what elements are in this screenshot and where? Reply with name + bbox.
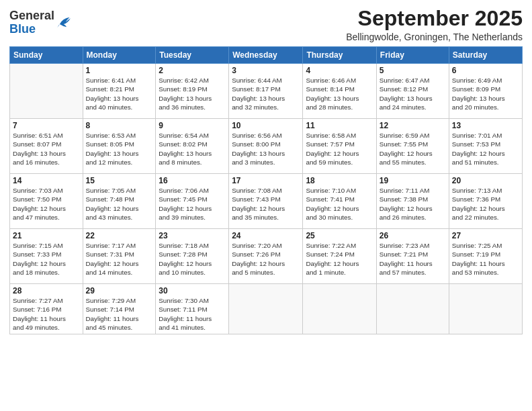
day-info: Sunrise: 7:30 AMSunset: 7:11 PMDaylight:… bbox=[159, 296, 226, 332]
col-wednesday: Wednesday bbox=[229, 47, 303, 64]
logo-blue: Blue bbox=[9, 23, 54, 36]
table-row: 28Sunrise: 7:27 AMSunset: 7:16 PMDayligh… bbox=[10, 284, 83, 334]
col-sunday: Sunday bbox=[10, 47, 83, 64]
calendar-container: General Blue September 2025 Bellingwolde… bbox=[0, 0, 532, 340]
table-row: 19Sunrise: 7:11 AMSunset: 7:38 PMDayligh… bbox=[376, 174, 449, 229]
table-row: 11Sunrise: 6:58 AMSunset: 7:57 PMDayligh… bbox=[303, 119, 376, 174]
table-row: 9Sunrise: 6:54 AMSunset: 8:02 PMDaylight… bbox=[156, 119, 229, 174]
table-row: 22Sunrise: 7:17 AMSunset: 7:31 PMDayligh… bbox=[83, 229, 156, 284]
day-number: 13 bbox=[452, 121, 519, 130]
day-number: 25 bbox=[306, 231, 373, 240]
day-number: 22 bbox=[86, 231, 153, 240]
day-info: Sunrise: 7:23 AMSunset: 7:21 PMDaylight:… bbox=[380, 241, 446, 277]
day-number: 19 bbox=[380, 176, 446, 185]
col-saturday: Saturday bbox=[449, 47, 522, 64]
table-row: 6Sunrise: 6:49 AMSunset: 8:09 PMDaylight… bbox=[449, 64, 522, 119]
table-row: 18Sunrise: 7:10 AMSunset: 7:41 PMDayligh… bbox=[303, 174, 376, 229]
header: General Blue September 2025 Bellingwolde… bbox=[9, 7, 523, 42]
table-row: 29Sunrise: 7:29 AMSunset: 7:14 PMDayligh… bbox=[83, 284, 156, 334]
day-number: 30 bbox=[159, 286, 226, 295]
col-friday: Friday bbox=[376, 47, 449, 64]
table-row bbox=[303, 284, 376, 334]
day-info: Sunrise: 6:49 AMSunset: 8:09 PMDaylight:… bbox=[452, 76, 519, 111]
day-number: 27 bbox=[452, 231, 519, 240]
day-info: Sunrise: 6:56 AMSunset: 8:00 PMDaylight:… bbox=[232, 131, 300, 167]
day-number: 21 bbox=[13, 231, 80, 240]
day-info: Sunrise: 7:27 AMSunset: 7:16 PMDaylight:… bbox=[13, 296, 80, 332]
table-row: 4Sunrise: 6:46 AMSunset: 8:14 PMDaylight… bbox=[303, 64, 376, 119]
table-row: 23Sunrise: 7:18 AMSunset: 7:28 PMDayligh… bbox=[156, 229, 229, 284]
day-number: 7 bbox=[13, 121, 80, 130]
day-number: 8 bbox=[86, 121, 153, 130]
day-info: Sunrise: 7:18 AMSunset: 7:28 PMDaylight:… bbox=[159, 241, 226, 277]
day-info: Sunrise: 7:25 AMSunset: 7:19 PMDaylight:… bbox=[452, 241, 519, 277]
day-info: Sunrise: 6:41 AMSunset: 8:21 PMDaylight:… bbox=[86, 76, 153, 111]
day-info: Sunrise: 7:06 AMSunset: 7:45 PMDaylight:… bbox=[159, 186, 226, 222]
table-row: 14Sunrise: 7:03 AMSunset: 7:50 PMDayligh… bbox=[10, 174, 83, 229]
table-row: 7Sunrise: 6:51 AMSunset: 8:07 PMDaylight… bbox=[10, 119, 83, 174]
col-thursday: Thursday bbox=[303, 47, 376, 64]
day-number: 17 bbox=[232, 176, 300, 185]
calendar-week-row: 14Sunrise: 7:03 AMSunset: 7:50 PMDayligh… bbox=[10, 174, 523, 229]
day-info: Sunrise: 7:05 AMSunset: 7:48 PMDaylight:… bbox=[86, 186, 153, 222]
calendar-week-row: 21Sunrise: 7:15 AMSunset: 7:33 PMDayligh… bbox=[10, 229, 523, 284]
calendar-table: Sunday Monday Tuesday Wednesday Thursday… bbox=[9, 46, 523, 334]
day-info: Sunrise: 6:44 AMSunset: 8:17 PMDaylight:… bbox=[232, 76, 300, 111]
day-info: Sunrise: 7:22 AMSunset: 7:24 PMDaylight:… bbox=[306, 241, 373, 277]
table-row: 17Sunrise: 7:08 AMSunset: 7:43 PMDayligh… bbox=[229, 174, 303, 229]
table-row: 1Sunrise: 6:41 AMSunset: 8:21 PMDaylight… bbox=[83, 64, 156, 119]
table-row: 26Sunrise: 7:23 AMSunset: 7:21 PMDayligh… bbox=[376, 229, 449, 284]
title-block: September 2025 Bellingwolde, Groningen, … bbox=[346, 7, 523, 42]
calendar-week-row: 28Sunrise: 7:27 AMSunset: 7:16 PMDayligh… bbox=[10, 284, 523, 334]
table-row bbox=[10, 64, 83, 119]
col-monday: Monday bbox=[83, 47, 156, 64]
day-number: 14 bbox=[13, 176, 80, 185]
weekday-header-row: Sunday Monday Tuesday Wednesday Thursday… bbox=[10, 47, 523, 64]
day-number: 10 bbox=[232, 121, 300, 130]
day-number: 1 bbox=[86, 66, 153, 75]
day-number: 11 bbox=[306, 121, 373, 130]
table-row: 16Sunrise: 7:06 AMSunset: 7:45 PMDayligh… bbox=[156, 174, 229, 229]
table-row: 27Sunrise: 7:25 AMSunset: 7:19 PMDayligh… bbox=[449, 229, 522, 284]
day-info: Sunrise: 7:08 AMSunset: 7:43 PMDaylight:… bbox=[232, 186, 300, 222]
day-info: Sunrise: 6:59 AMSunset: 7:55 PMDaylight:… bbox=[380, 131, 446, 167]
day-number: 29 bbox=[86, 286, 153, 295]
day-number: 18 bbox=[306, 176, 373, 185]
day-number: 5 bbox=[380, 66, 446, 75]
day-info: Sunrise: 7:17 AMSunset: 7:31 PMDaylight:… bbox=[86, 241, 153, 277]
logo-bird-icon bbox=[56, 15, 71, 30]
day-number: 26 bbox=[380, 231, 446, 240]
table-row bbox=[376, 284, 449, 334]
day-info: Sunrise: 6:51 AMSunset: 8:07 PMDaylight:… bbox=[13, 131, 80, 167]
table-row: 2Sunrise: 6:42 AMSunset: 8:19 PMDaylight… bbox=[156, 64, 229, 119]
table-row bbox=[229, 284, 303, 334]
day-number: 2 bbox=[159, 66, 226, 75]
day-number: 12 bbox=[380, 121, 446, 130]
day-number: 24 bbox=[232, 231, 300, 240]
table-row: 3Sunrise: 6:44 AMSunset: 8:17 PMDaylight… bbox=[229, 64, 303, 119]
table-row: 15Sunrise: 7:05 AMSunset: 7:48 PMDayligh… bbox=[83, 174, 156, 229]
day-info: Sunrise: 7:03 AMSunset: 7:50 PMDaylight:… bbox=[13, 186, 80, 222]
table-row: 10Sunrise: 6:56 AMSunset: 8:00 PMDayligh… bbox=[229, 119, 303, 174]
day-number: 3 bbox=[232, 66, 300, 75]
table-row: 20Sunrise: 7:13 AMSunset: 7:36 PMDayligh… bbox=[449, 174, 522, 229]
day-info: Sunrise: 7:10 AMSunset: 7:41 PMDaylight:… bbox=[306, 186, 373, 222]
day-info: Sunrise: 6:54 AMSunset: 8:02 PMDaylight:… bbox=[159, 131, 226, 167]
day-number: 6 bbox=[452, 66, 519, 75]
col-tuesday: Tuesday bbox=[156, 47, 229, 64]
day-info: Sunrise: 7:01 AMSunset: 7:53 PMDaylight:… bbox=[452, 131, 519, 167]
day-info: Sunrise: 7:15 AMSunset: 7:33 PMDaylight:… bbox=[13, 241, 80, 277]
table-row bbox=[449, 284, 522, 334]
table-row: 13Sunrise: 7:01 AMSunset: 7:53 PMDayligh… bbox=[449, 119, 522, 174]
day-info: Sunrise: 6:47 AMSunset: 8:12 PMDaylight:… bbox=[380, 76, 446, 111]
day-info: Sunrise: 6:46 AMSunset: 8:14 PMDaylight:… bbox=[306, 76, 373, 111]
day-info: Sunrise: 6:53 AMSunset: 8:05 PMDaylight:… bbox=[86, 131, 153, 167]
day-number: 16 bbox=[159, 176, 226, 185]
day-number: 28 bbox=[13, 286, 80, 295]
day-info: Sunrise: 7:13 AMSunset: 7:36 PMDaylight:… bbox=[452, 186, 519, 222]
table-row: 12Sunrise: 6:59 AMSunset: 7:55 PMDayligh… bbox=[376, 119, 449, 174]
day-number: 4 bbox=[306, 66, 373, 75]
day-number: 15 bbox=[86, 176, 153, 185]
logo-general: General bbox=[9, 9, 54, 23]
location-subtitle: Bellingwolde, Groningen, The Netherlands bbox=[346, 32, 523, 42]
